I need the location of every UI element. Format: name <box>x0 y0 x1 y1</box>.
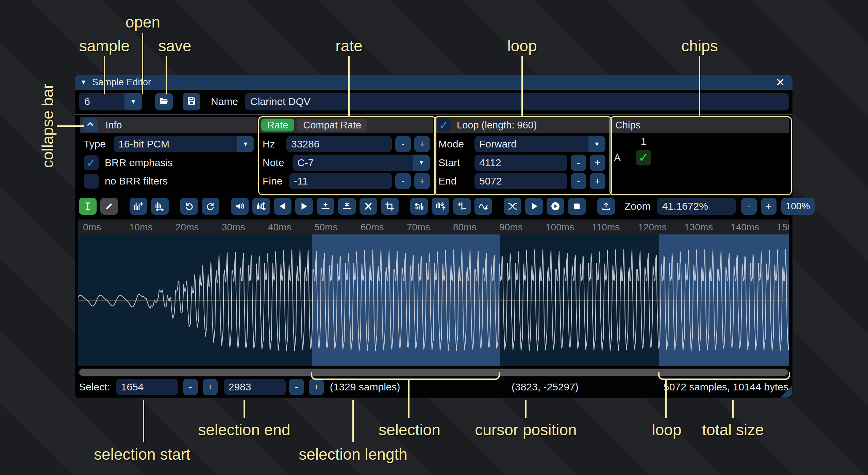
annotation-bracket-selection <box>311 372 500 380</box>
ruler-tick: 50ms <box>314 222 337 233</box>
crossfade-icon <box>507 201 518 211</box>
annotation-box-chips <box>610 116 792 195</box>
annotation-label-loop-bottom: loop <box>652 421 682 439</box>
normalize-button[interactable] <box>252 198 270 215</box>
ruler-tick: 90ms <box>499 222 522 233</box>
undo-button[interactable] <box>180 198 198 215</box>
annotation-label-save: save <box>158 37 191 55</box>
close-icon[interactable]: × <box>773 75 788 90</box>
normalize-icon <box>256 201 266 211</box>
redo-icon <box>205 201 216 211</box>
annotation-label-selection: selection <box>379 421 440 439</box>
fade-out-icon <box>299 201 309 211</box>
type-dropdown-icon: ▼ <box>237 136 254 152</box>
selection-start-plus-button[interactable]: + <box>203 379 218 395</box>
name-label: Name <box>211 96 238 107</box>
selection-end-plus-button[interactable]: + <box>309 379 324 395</box>
annotation-line-open <box>142 33 143 94</box>
crossfade-button[interactable] <box>504 198 521 215</box>
annotation-bracket-loop <box>658 372 790 380</box>
folder-open-icon <box>159 96 169 107</box>
time-ruler[interactable]: 0ms10ms20ms30ms40ms50ms60ms70ms80ms90ms1… <box>78 219 789 234</box>
resample-icon <box>155 201 165 211</box>
upload-button[interactable] <box>597 198 615 215</box>
select-mode-button[interactable] <box>79 198 97 215</box>
stop-icon <box>572 201 582 211</box>
ruler-tick: 30ms <box>222 222 245 233</box>
type-select[interactable]: 16-bit PCM ▼ <box>114 136 254 152</box>
zoom-input[interactable]: 41.1672% <box>657 198 736 215</box>
resize-button[interactable] <box>130 198 147 215</box>
zoom-label: Zoom <box>624 200 651 212</box>
play-loop-button[interactable] <box>547 198 564 215</box>
info-collapse-button[interactable] <box>82 118 98 132</box>
brr-emphasis-checkbox[interactable]: ✓ <box>84 155 99 170</box>
filter-button[interactable] <box>474 198 492 215</box>
ruler-tick: 70ms <box>407 222 430 233</box>
annotation-line-selection-start <box>143 400 144 442</box>
annotation-line-collapse-bar <box>57 125 84 127</box>
annotation-line-chips <box>699 56 700 117</box>
amplify-button[interactable] <box>231 198 249 215</box>
play-button[interactable] <box>525 198 543 215</box>
annotation-line-selection-length <box>352 400 354 442</box>
sample-number-select[interactable]: 6 <box>79 93 124 110</box>
zoom-reset-button[interactable]: 100% <box>781 198 815 215</box>
selection-end-minus-button[interactable]: - <box>289 379 304 395</box>
sample-name-input[interactable]: Clarinet DQV <box>245 93 789 110</box>
annotation-label-cursor-position: cursor position <box>475 421 577 439</box>
total-size-text: 5072 samples, 10144 bytes <box>664 381 788 393</box>
annotation-label-selection-start: selection start <box>94 445 190 463</box>
redo-button[interactable] <box>202 198 219 215</box>
fade-in-button[interactable] <box>274 198 291 215</box>
annotation-box-rate <box>258 116 436 195</box>
no-brr-filters-checkbox[interactable] <box>84 174 99 189</box>
ruler-tick: 100ms <box>546 222 574 233</box>
invert-icon <box>435 201 446 211</box>
selection-length-text: (1329 samples) <box>330 381 400 393</box>
annotation-line-selection <box>408 379 410 418</box>
sample-number-dropdown-icon[interactable]: ▼ <box>124 93 142 110</box>
draw-mode-button[interactable] <box>100 198 118 215</box>
title-bar[interactable]: ▼ Sample Editor × <box>75 75 792 90</box>
annotation-box-loop <box>434 116 612 195</box>
resample-button[interactable] <box>151 198 169 215</box>
save-sample-button[interactable] <box>183 93 200 110</box>
sample-toolbar: Zoom 41.1672% - + 100% <box>79 197 789 215</box>
ruler-tick: 150 <box>777 222 789 233</box>
invert-button[interactable] <box>432 198 449 215</box>
no-brr-filters-label: no BRR filters <box>105 175 254 187</box>
apply-silence-button[interactable] <box>338 198 356 215</box>
reverse-icon <box>414 201 424 211</box>
waveform-view[interactable] <box>78 234 789 366</box>
info-header: Info <box>105 120 122 131</box>
delete-button[interactable] <box>360 198 377 215</box>
selection-end-input[interactable]: 2983 <box>224 379 286 395</box>
open-sample-button[interactable] <box>155 93 173 110</box>
ruler-tick: 20ms <box>176 222 199 233</box>
selection-start-input[interactable]: 1654 <box>116 379 178 395</box>
insert-silence-button[interactable] <box>317 198 334 215</box>
stop-button[interactable] <box>568 198 586 215</box>
status-row: Select: 1654 - + 2983 - + (1329 samples)… <box>79 378 789 396</box>
zoom-out-button[interactable]: - <box>741 198 757 215</box>
undo-icon <box>184 201 194 211</box>
ruler-tick: 120ms <box>638 222 667 233</box>
reverse-button[interactable] <box>410 198 428 215</box>
window-collapse-icon[interactable]: ▼ <box>80 78 87 86</box>
info-panel: Info Type 16-bit PCM ▼ ✓ BRR emphasis no… <box>80 117 257 192</box>
resize-grip[interactable] <box>780 386 792 398</box>
selection-start-minus-button[interactable]: - <box>183 379 198 395</box>
sign-invert-button[interactable] <box>453 198 471 215</box>
ruler-tick: 130ms <box>684 222 713 233</box>
waveform-trace <box>78 234 789 366</box>
trim-button[interactable] <box>381 198 399 215</box>
annotation-line-loop <box>521 56 523 117</box>
insert-silence-icon <box>320 201 331 211</box>
play-loop-icon <box>550 201 561 211</box>
play-icon <box>529 201 539 211</box>
floppy-save-icon <box>186 96 197 107</box>
cursor-position-text: (3823, -25297) <box>512 381 579 393</box>
zoom-in-button[interactable]: + <box>761 198 777 215</box>
fade-out-button[interactable] <box>295 198 313 215</box>
